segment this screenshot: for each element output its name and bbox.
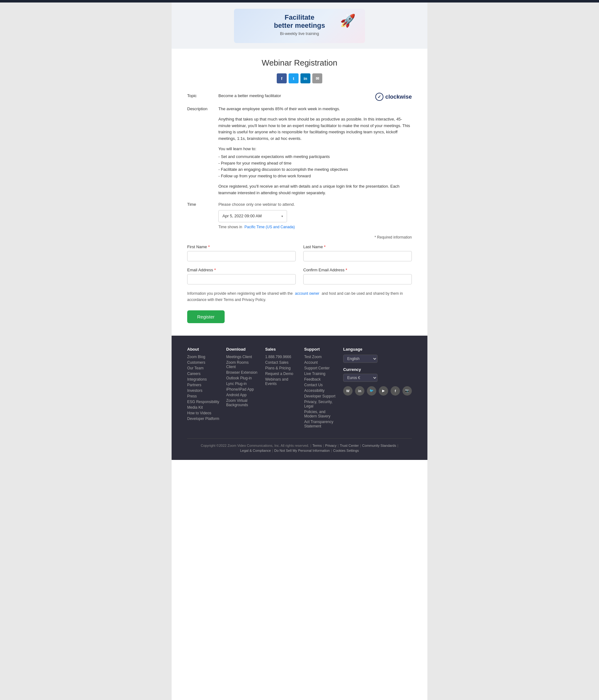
first-name-group: First Name *	[187, 245, 296, 261]
first-name-input[interactable]	[187, 251, 296, 261]
required-note: * Required information	[187, 235, 412, 240]
footer-link-our-team[interactable]: Our Team	[187, 366, 220, 370]
footer-wordpress-icon[interactable]: W	[343, 386, 353, 396]
confirm-email-group: Confirm Email Address *	[303, 268, 412, 284]
footer-link-support-center[interactable]: Support Center	[304, 366, 337, 370]
footer-twitter-icon[interactable]: 🐦	[367, 386, 376, 396]
facebook-share-button[interactable]: f	[277, 73, 287, 83]
footer-link-phone[interactable]: 1.888.799.9666	[265, 355, 298, 359]
footer-community-link[interactable]: Community Standards	[362, 444, 396, 447]
email-input[interactable]	[187, 274, 296, 284]
footer-link-webinars-events[interactable]: Webinars and Events	[265, 377, 298, 386]
time-selected-value: Apr 5, 2022 09:00 AM	[223, 213, 262, 220]
confirm-email-label: Confirm Email Address *	[303, 268, 412, 272]
footer-sep-7: |	[331, 449, 332, 452]
footer-link-integrations[interactable]: Integrations	[187, 377, 220, 381]
twitter-share-button[interactable]: t	[289, 73, 298, 83]
privacy-before-text: Information you provide when registering…	[187, 291, 293, 296]
footer-download-col: Download Meetings Client Zoom Rooms Clie…	[226, 347, 259, 430]
footer-privacy-link[interactable]: Privacy	[325, 444, 336, 447]
register-button[interactable]: Register	[187, 310, 225, 323]
description-para2: Anything that takes up that much work ti…	[218, 116, 412, 142]
bullet-3: - Facilitate an engaging discussion to a…	[218, 167, 412, 173]
bullet-4: - Follow up from your meeting to drive w…	[218, 173, 412, 179]
footer-link-esg[interactable]: ESG Responsibility	[187, 400, 220, 404]
footer-link-act-transparency[interactable]: Act Transparency Statement	[304, 420, 337, 428]
banner-area: Facilitate better meetings Bi-weekly liv…	[172, 2, 427, 49]
footer-cookies-link[interactable]: Cookies Settings	[333, 449, 359, 452]
footer-link-lync-plugin[interactable]: Lync Plug-in	[226, 381, 259, 386]
footer-sales-title: Sales	[265, 347, 298, 352]
footer-link-zoom-rooms[interactable]: Zoom Rooms Client	[226, 360, 259, 369]
last-name-group: Last Name *	[303, 245, 412, 261]
footer-bottom: Copyright ©2022 Zoom Video Communication…	[187, 439, 412, 452]
footer-facebook-icon[interactable]: f	[391, 386, 400, 396]
description-para3: You will learn how to:	[218, 146, 412, 152]
footer-instagram-icon[interactable]: 📷	[402, 386, 412, 396]
footer-trust-center-link[interactable]: Trust Center	[340, 444, 359, 447]
footer-currency-title: Currency	[343, 367, 412, 372]
name-form-row: First Name * Last Name *	[187, 245, 412, 261]
footer-sep-2: |	[323, 444, 324, 447]
account-owner-link[interactable]: account owner	[295, 291, 319, 296]
social-share-row: f t in ✉	[187, 73, 412, 83]
clockwise-logo: ✓ clockwise	[375, 93, 412, 101]
footer-link-meetings-client[interactable]: Meetings Client	[226, 355, 259, 359]
banner-image: Facilitate better meetings Bi-weekly liv…	[234, 9, 365, 43]
page-wrapper: Facilitate better meetings Bi-weekly liv…	[172, 2, 427, 700]
footer-link-developer-support[interactable]: Developer Support	[304, 394, 337, 398]
footer: About Zoom Blog Customers Our Team Caree…	[172, 335, 427, 460]
footer-sep-6: |	[272, 449, 273, 452]
footer-about-title: About	[187, 347, 220, 352]
footer-link-accessibility[interactable]: Accessibility	[304, 389, 337, 393]
email-share-button[interactable]: ✉	[312, 73, 322, 83]
footer-link-press[interactable]: Press	[187, 394, 220, 398]
footer-link-how-to[interactable]: How to Videos	[187, 411, 220, 415]
description-para4: Once registered, you'll receive an email…	[218, 183, 412, 196]
footer-link-customers[interactable]: Customers	[187, 360, 220, 365]
footer-link-plans-pricing[interactable]: Plans & Pricing	[265, 366, 298, 370]
time-note: Please choose only one webinar to attend…	[218, 201, 412, 208]
footer-link-live-training[interactable]: Live Training	[304, 372, 337, 376]
footer-linkedin-icon[interactable]: in	[355, 386, 364, 396]
footer-youtube-icon[interactable]: ▶	[379, 386, 388, 396]
footer-lang-col: Language English Español Français Curren…	[343, 347, 412, 430]
footer-link-virtual-bg[interactable]: Zoom Virtual Backgrounds	[226, 398, 259, 407]
footer-legal-link[interactable]: Legal & Compliance	[240, 449, 271, 452]
footer-link-account[interactable]: Account	[304, 360, 337, 365]
confirm-email-input[interactable]	[303, 274, 412, 284]
timezone-link[interactable]: Pacific Time (US and Canada)	[244, 225, 295, 229]
footer-link-test-zoom[interactable]: Test Zoom	[304, 355, 337, 359]
footer-link-investors[interactable]: Investors	[187, 389, 220, 393]
timezone-text: Time shows in	[218, 225, 242, 229]
currency-select[interactable]: Euros € USD $	[343, 374, 377, 382]
last-name-input[interactable]	[303, 251, 412, 261]
description-para1: The average employee spends 85% of their…	[218, 106, 412, 112]
footer-link-partners[interactable]: Partners	[187, 383, 220, 387]
footer-link-feedback[interactable]: Feedback	[304, 377, 337, 381]
language-select[interactable]: English Español Français	[343, 355, 377, 363]
footer-link-contact-sales[interactable]: Contact Sales	[265, 360, 298, 365]
footer-link-careers[interactable]: Careers	[187, 372, 220, 376]
footer-terms-link[interactable]: Terms	[313, 444, 322, 447]
footer-link-modern-slavery[interactable]: Policies, and Modern Slavery	[304, 410, 337, 418]
footer-link-privacy-legal[interactable]: Privacy, Security, Legal	[304, 400, 337, 408]
footer-link-contact-us[interactable]: Contact Us	[304, 383, 337, 387]
footer-sep-3: |	[338, 444, 338, 447]
footer-do-not-sell-link[interactable]: Do Not Sell My Personal Information	[274, 449, 330, 452]
footer-link-outlook-plugin[interactable]: Outlook Plug-in	[226, 376, 259, 380]
time-dropdown[interactable]: Apr 5, 2022 09:00 AM ▾	[218, 210, 287, 222]
footer-link-request-demo[interactable]: Request a Demo	[265, 372, 298, 376]
linkedin-share-button[interactable]: in	[301, 73, 310, 83]
footer-link-android-app[interactable]: Android App	[226, 393, 259, 397]
footer-link-iphone-app[interactable]: iPhone/iPad App	[226, 387, 259, 392]
footer-link-media-kit[interactable]: Media Kit	[187, 405, 220, 410]
time-label: Time	[187, 201, 218, 207]
footer-link-zoom-blog[interactable]: Zoom Blog	[187, 355, 220, 359]
top-bar	[0, 0, 599, 2]
footer-link-browser-ext[interactable]: Browser Extension	[226, 370, 259, 375]
footer-sep-4: |	[360, 444, 361, 447]
footer-link-dev-platform[interactable]: Developer Platform	[187, 417, 220, 421]
topic-label: Topic	[187, 93, 218, 98]
footer-grid: About Zoom Blog Customers Our Team Caree…	[187, 347, 412, 430]
